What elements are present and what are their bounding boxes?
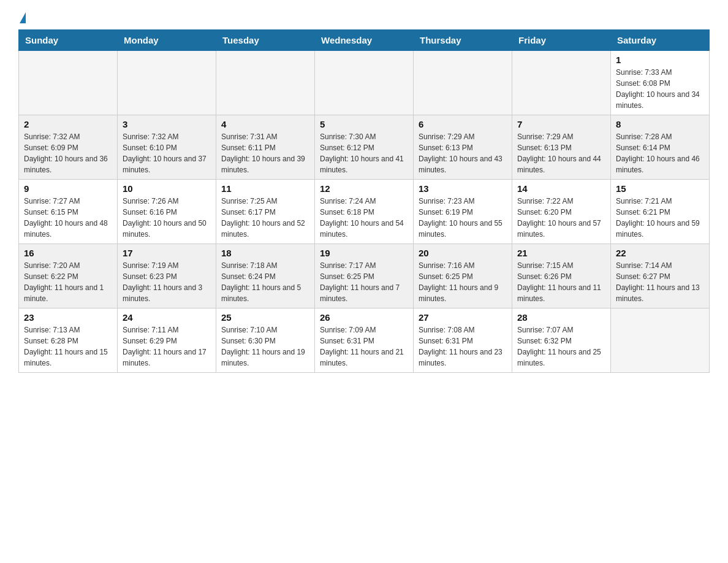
day-info: Sunrise: 7:22 AM Sunset: 6:20 PM Dayligh… <box>517 196 605 240</box>
day-info: Sunrise: 7:19 AM Sunset: 6:23 PM Dayligh… <box>123 260 211 304</box>
calendar-cell: 17Sunrise: 7:19 AM Sunset: 6:23 PM Dayli… <box>118 244 216 308</box>
calendar-cell: 23Sunrise: 7:13 AM Sunset: 6:28 PM Dayli… <box>19 308 118 373</box>
day-number: 20 <box>419 248 507 258</box>
weekday-header-tuesday: Tuesday <box>216 30 315 51</box>
day-number: 9 <box>24 183 112 194</box>
calendar-cell <box>512 51 611 115</box>
calendar-cell: 15Sunrise: 7:21 AM Sunset: 6:21 PM Dayli… <box>611 180 710 244</box>
calendar-cell: 1Sunrise: 7:33 AM Sunset: 6:08 PM Daylig… <box>611 51 710 115</box>
day-number: 22 <box>616 248 704 258</box>
calendar-cell: 10Sunrise: 7:26 AM Sunset: 6:16 PM Dayli… <box>118 180 216 244</box>
day-number: 14 <box>517 183 605 194</box>
day-info: Sunrise: 7:26 AM Sunset: 6:16 PM Dayligh… <box>123 196 211 240</box>
calendar-cell <box>414 51 512 115</box>
calendar-week-5: 23Sunrise: 7:13 AM Sunset: 6:28 PM Dayli… <box>19 308 710 373</box>
calendar-cell: 7Sunrise: 7:29 AM Sunset: 6:13 PM Daylig… <box>512 115 611 180</box>
day-info: Sunrise: 7:16 AM Sunset: 6:25 PM Dayligh… <box>419 260 507 304</box>
day-number: 8 <box>616 119 704 129</box>
weekday-header-thursday: Thursday <box>414 30 512 51</box>
day-number: 6 <box>419 119 507 129</box>
weekday-header-monday: Monday <box>118 30 216 51</box>
calendar-table: SundayMondayTuesdayWednesdayThursdayFrid… <box>18 29 710 373</box>
day-info: Sunrise: 7:30 AM Sunset: 6:12 PM Dayligh… <box>320 131 408 175</box>
calendar-cell: 2Sunrise: 7:32 AM Sunset: 6:09 PM Daylig… <box>19 115 118 180</box>
calendar-cell: 26Sunrise: 7:09 AM Sunset: 6:31 PM Dayli… <box>315 308 414 373</box>
calendar-week-2: 2Sunrise: 7:32 AM Sunset: 6:09 PM Daylig… <box>19 115 710 180</box>
calendar-cell: 19Sunrise: 7:17 AM Sunset: 6:25 PM Dayli… <box>315 244 414 308</box>
day-info: Sunrise: 7:07 AM Sunset: 6:32 PM Dayligh… <box>517 324 605 369</box>
calendar-cell <box>216 51 315 115</box>
day-info: Sunrise: 7:27 AM Sunset: 6:15 PM Dayligh… <box>24 196 112 240</box>
day-info: Sunrise: 7:32 AM Sunset: 6:09 PM Dayligh… <box>24 131 112 175</box>
day-number: 28 <box>517 312 605 323</box>
calendar-cell <box>315 51 414 115</box>
day-info: Sunrise: 7:18 AM Sunset: 6:24 PM Dayligh… <box>221 260 309 304</box>
day-info: Sunrise: 7:08 AM Sunset: 6:31 PM Dayligh… <box>419 324 507 369</box>
day-number: 27 <box>419 312 507 323</box>
day-info: Sunrise: 7:17 AM Sunset: 6:25 PM Dayligh… <box>320 260 408 304</box>
calendar-cell: 9Sunrise: 7:27 AM Sunset: 6:15 PM Daylig… <box>19 180 118 244</box>
day-info: Sunrise: 7:13 AM Sunset: 6:28 PM Dayligh… <box>24 324 112 369</box>
day-info: Sunrise: 7:29 AM Sunset: 6:13 PM Dayligh… <box>517 131 605 175</box>
day-info: Sunrise: 7:11 AM Sunset: 6:29 PM Dayligh… <box>123 324 211 369</box>
day-number: 24 <box>123 312 211 323</box>
logo <box>18 12 27 23</box>
logo-triangle-icon <box>20 12 26 23</box>
calendar-cell: 6Sunrise: 7:29 AM Sunset: 6:13 PM Daylig… <box>414 115 512 180</box>
day-info: Sunrise: 7:21 AM Sunset: 6:21 PM Dayligh… <box>616 196 704 240</box>
day-number: 7 <box>517 119 605 129</box>
calendar-cell <box>611 308 710 373</box>
day-info: Sunrise: 7:29 AM Sunset: 6:13 PM Dayligh… <box>419 131 507 175</box>
calendar-week-1: 1Sunrise: 7:33 AM Sunset: 6:08 PM Daylig… <box>19 51 710 115</box>
calendar-cell: 18Sunrise: 7:18 AM Sunset: 6:24 PM Dayli… <box>216 244 315 308</box>
day-info: Sunrise: 7:32 AM Sunset: 6:10 PM Dayligh… <box>123 131 211 175</box>
day-number: 13 <box>419 183 507 194</box>
day-number: 17 <box>123 248 211 258</box>
weekday-header-sunday: Sunday <box>19 30 118 51</box>
day-info: Sunrise: 7:09 AM Sunset: 6:31 PM Dayligh… <box>320 324 408 369</box>
day-number: 1 <box>616 55 704 65</box>
page-header <box>18 12 710 23</box>
day-number: 4 <box>221 119 309 129</box>
calendar-cell: 27Sunrise: 7:08 AM Sunset: 6:31 PM Dayli… <box>414 308 512 373</box>
calendar-cell: 16Sunrise: 7:20 AM Sunset: 6:22 PM Dayli… <box>19 244 118 308</box>
day-number: 21 <box>517 248 605 258</box>
calendar-cell: 3Sunrise: 7:32 AM Sunset: 6:10 PM Daylig… <box>118 115 216 180</box>
weekday-header-friday: Friday <box>512 30 611 51</box>
day-info: Sunrise: 7:10 AM Sunset: 6:30 PM Dayligh… <box>221 324 309 369</box>
day-number: 26 <box>320 312 408 323</box>
calendar-cell: 22Sunrise: 7:14 AM Sunset: 6:27 PM Dayli… <box>611 244 710 308</box>
day-number: 19 <box>320 248 408 258</box>
calendar-cell: 28Sunrise: 7:07 AM Sunset: 6:32 PM Dayli… <box>512 308 611 373</box>
day-number: 23 <box>24 312 112 323</box>
day-number: 5 <box>320 119 408 129</box>
day-info: Sunrise: 7:25 AM Sunset: 6:17 PM Dayligh… <box>221 196 309 240</box>
day-info: Sunrise: 7:28 AM Sunset: 6:14 PM Dayligh… <box>616 131 704 175</box>
day-number: 16 <box>24 248 112 258</box>
weekday-header-saturday: Saturday <box>611 30 710 51</box>
calendar-cell <box>19 51 118 115</box>
calendar-cell <box>118 51 216 115</box>
calendar-cell: 25Sunrise: 7:10 AM Sunset: 6:30 PM Dayli… <box>216 308 315 373</box>
calendar-cell: 8Sunrise: 7:28 AM Sunset: 6:14 PM Daylig… <box>611 115 710 180</box>
day-number: 15 <box>616 183 704 194</box>
day-number: 10 <box>123 183 211 194</box>
calendar-week-4: 16Sunrise: 7:20 AM Sunset: 6:22 PM Dayli… <box>19 244 710 308</box>
day-number: 25 <box>221 312 309 323</box>
calendar-cell: 5Sunrise: 7:30 AM Sunset: 6:12 PM Daylig… <box>315 115 414 180</box>
calendar-header-row: SundayMondayTuesdayWednesdayThursdayFrid… <box>19 30 710 51</box>
day-number: 3 <box>123 119 211 129</box>
calendar-cell: 4Sunrise: 7:31 AM Sunset: 6:11 PM Daylig… <box>216 115 315 180</box>
day-info: Sunrise: 7:31 AM Sunset: 6:11 PM Dayligh… <box>221 131 309 175</box>
day-info: Sunrise: 7:23 AM Sunset: 6:19 PM Dayligh… <box>419 196 507 240</box>
weekday-header-wednesday: Wednesday <box>315 30 414 51</box>
day-number: 12 <box>320 183 408 194</box>
day-info: Sunrise: 7:20 AM Sunset: 6:22 PM Dayligh… <box>24 260 112 304</box>
calendar-cell: 14Sunrise: 7:22 AM Sunset: 6:20 PM Dayli… <box>512 180 611 244</box>
calendar-cell: 21Sunrise: 7:15 AM Sunset: 6:26 PM Dayli… <box>512 244 611 308</box>
calendar-cell: 11Sunrise: 7:25 AM Sunset: 6:17 PM Dayli… <box>216 180 315 244</box>
day-info: Sunrise: 7:15 AM Sunset: 6:26 PM Dayligh… <box>517 260 605 304</box>
day-info: Sunrise: 7:14 AM Sunset: 6:27 PM Dayligh… <box>616 260 704 304</box>
calendar-cell: 24Sunrise: 7:11 AM Sunset: 6:29 PM Dayli… <box>118 308 216 373</box>
day-info: Sunrise: 7:33 AM Sunset: 6:08 PM Dayligh… <box>616 67 704 111</box>
